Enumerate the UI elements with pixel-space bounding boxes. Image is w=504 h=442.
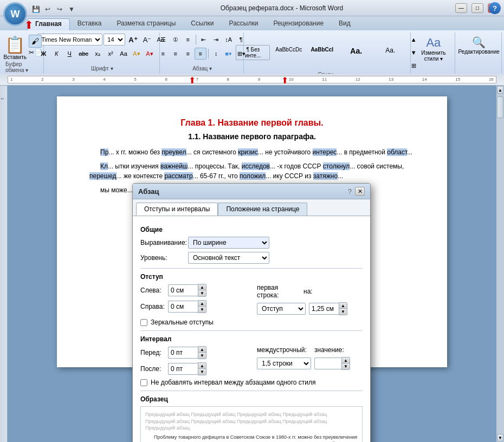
- line-at-down[interactable]: ▼: [342, 363, 350, 369]
- increase-font-button[interactable]: A⁺: [126, 34, 139, 46]
- first-line-by-up[interactable]: ▲: [339, 303, 347, 309]
- customize-button[interactable]: ▼: [66, 4, 77, 14]
- paragraph-group: ☰ ① ≡ ⇤ ⇥ ↕A ¶ ≡ ≡ ≡ ≡ ↕ ■▾ ⊞▾: [161, 32, 244, 74]
- align-center-button[interactable]: ≡: [170, 48, 182, 60]
- strikethrough-button[interactable]: abc: [76, 48, 91, 60]
- mirror-indents-checkbox[interactable]: [140, 319, 147, 326]
- tab-references[interactable]: Ссылки: [183, 18, 221, 30]
- multilevel-button[interactable]: ≡: [182, 34, 194, 46]
- dialog-tab-page-position[interactable]: Положение на странице: [218, 203, 307, 216]
- indent-left-input[interactable]: ▲ ▼: [168, 284, 206, 297]
- paste-button[interactable]: 📋 Вставить: [3, 34, 28, 61]
- line-at-up[interactable]: ▲: [342, 358, 350, 363]
- dialog-help-button[interactable]: ?: [348, 187, 352, 196]
- italic-button[interactable]: К: [50, 48, 62, 60]
- scroll-thumb[interactable]: [497, 96, 503, 118]
- indent-right-down[interactable]: ▼: [198, 307, 206, 313]
- underline-button[interactable]: Ч: [63, 48, 75, 60]
- alignment-label: Выравнивание:: [140, 239, 184, 246]
- right-scrollbar[interactable]: ▲ ▼: [496, 86, 504, 442]
- indent-left-label: Слева:: [140, 287, 165, 294]
- indent-right-up[interactable]: ▲: [198, 301, 206, 307]
- decrease-font-button[interactable]: A⁻: [141, 34, 154, 46]
- redo-button[interactable]: ↪: [54, 4, 65, 14]
- indent-left-up[interactable]: ▲: [198, 284, 206, 290]
- line-spacing-at-input[interactable]: ▲ ▼: [314, 357, 350, 370]
- highlight-button[interactable]: A▾: [131, 48, 143, 60]
- before-up[interactable]: ▲: [198, 347, 206, 353]
- level-select[interactable]: Основной текст Уровень 1 Уровень 2: [188, 252, 269, 264]
- ribbon-content: 📋 Вставить 🖌 ⬆ ✂ 📄: [0, 30, 504, 74]
- align-left-button[interactable]: ≡: [157, 48, 169, 60]
- font-group: Times New Roman Arial Calibri 14 10 12 1…: [45, 32, 160, 74]
- alignment-select[interactable]: По ширине По левому краю По центру По пр…: [188, 237, 269, 249]
- ruler-arrow-1: ⬆: [189, 75, 196, 86]
- decrease-indent-button[interactable]: ⇤: [198, 34, 210, 46]
- before-input[interactable]: ▲ ▼: [168, 346, 206, 359]
- no-add-spacing-checkbox[interactable]: [140, 379, 147, 386]
- after-row: После: ▲ ▼: [140, 362, 246, 375]
- text-effects-button[interactable]: Aa: [118, 48, 130, 60]
- change-styles-button[interactable]: Aa Изменитьстили ▾: [419, 34, 448, 64]
- help-icon[interactable]: ?: [489, 2, 501, 14]
- font-name-select[interactable]: Times New Roman Arial Calibri: [37, 34, 102, 46]
- style-heading3[interactable]: Aa.: [374, 45, 406, 60]
- justify-button[interactable]: ≡: [195, 48, 206, 60]
- maximize-button[interactable]: □: [471, 3, 483, 13]
- numbering-button[interactable]: ①: [170, 34, 182, 46]
- first-line-values-row: Отступ (нет) Выступ ▲ ▼: [257, 302, 363, 315]
- quick-access-toolbar: 💾 ↩ ↪ ▼: [30, 4, 77, 14]
- dialog-title: Абзац: [138, 187, 159, 196]
- dialog-close-button[interactable]: ✕: [355, 187, 365, 196]
- divider-2: [140, 330, 363, 331]
- document-scroll[interactable]: Глава 1. Название первой главы. 1.1. Наз…: [8, 86, 496, 442]
- save-button[interactable]: 💾: [30, 4, 41, 14]
- style-heading2[interactable]: Aa.: [340, 45, 372, 60]
- tab-view[interactable]: Вид: [331, 18, 358, 30]
- bold-button[interactable]: Ж: [37, 48, 49, 60]
- first-line-by-input[interactable]: ▲ ▼: [309, 302, 347, 315]
- scroll-up-button[interactable]: ▲: [497, 86, 503, 94]
- tab-page-layout[interactable]: Разметка страницы: [109, 18, 183, 30]
- line-spacing-select[interactable]: 1,5 строки Одинарный Двойной Минимум Точ…: [257, 358, 311, 369]
- indent-right-input[interactable]: ▲ ▼: [168, 300, 206, 313]
- cut-button[interactable]: ✂: [29, 49, 34, 56]
- font-color-button[interactable]: A▾: [144, 48, 156, 60]
- before-down[interactable]: ▼: [198, 353, 206, 359]
- bullets-button[interactable]: ☰: [157, 34, 169, 46]
- scroll-down-button[interactable]: ▼: [497, 434, 503, 441]
- tab-mailings[interactable]: Рассылки: [222, 18, 266, 30]
- change-styles-group: Aa Изменитьстили ▾: [412, 32, 455, 74]
- edit-button[interactable]: 🔍 Редактирование: [456, 34, 502, 57]
- minimize-button[interactable]: —: [455, 3, 467, 13]
- style-normal[interactable]: ¶ Без инте...: [236, 45, 270, 60]
- tab-insert[interactable]: Вставка: [70, 18, 109, 30]
- indent-right-row: Справа: ▲ ▼: [140, 300, 246, 313]
- increase-indent-button[interactable]: ⇥: [210, 34, 222, 46]
- office-button[interactable]: W: [3, 2, 27, 26]
- before-row: Перед: ▲ ▼: [140, 346, 246, 359]
- change-styles-icon: Aa: [421, 36, 445, 50]
- first-line-by-down[interactable]: ▼: [339, 309, 347, 315]
- style-heading1[interactable]: AaBbCcI: [306, 45, 338, 60]
- indent-left-down[interactable]: ▼: [198, 290, 206, 296]
- subscript-button[interactable]: x₂: [92, 48, 104, 60]
- line-spacing-button[interactable]: ↕: [210, 48, 222, 60]
- first-line-select[interactable]: Отступ (нет) Выступ: [257, 303, 306, 315]
- superscript-button[interactable]: x²: [105, 48, 117, 60]
- font-size-select[interactable]: 14 10 12 16 18: [104, 34, 125, 46]
- dialog-tab-indent-spacing[interactable]: Отступы и интервалы: [136, 203, 218, 216]
- at-label: значение:: [314, 346, 344, 354]
- sort-button[interactable]: ↕A: [223, 34, 235, 46]
- after-down[interactable]: ▼: [198, 369, 206, 375]
- format-painter-button[interactable]: 🖌: [29, 35, 42, 48]
- after-input[interactable]: ▲ ▼: [168, 362, 206, 375]
- tab-review[interactable]: Рецензирование: [266, 18, 331, 30]
- style-no-spacing[interactable]: AaBbCcDc: [272, 45, 304, 60]
- after-up[interactable]: ▲: [198, 363, 206, 369]
- left-ruler: 1 2 3 4 5 6 7 8 9 10 11 12 13 14 15 16: [0, 86, 8, 442]
- shading-button[interactable]: ■▾: [223, 48, 235, 60]
- undo-button[interactable]: ↩: [42, 4, 53, 14]
- align-right-button[interactable]: ≡: [182, 48, 194, 60]
- first-line-label: первая строка:: [257, 284, 300, 299]
